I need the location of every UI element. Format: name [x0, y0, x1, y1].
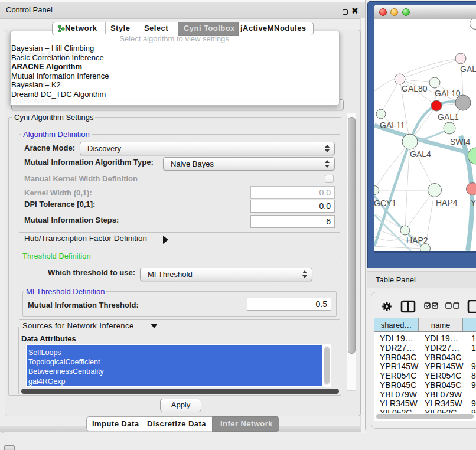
svg-text:GAL11: GAL11 [380, 120, 405, 130]
svg-text:Y: Y [471, 198, 476, 207]
svg-text:HAP4: HAP4 [436, 198, 458, 207]
svg-text:HAP2: HAP2 [406, 236, 428, 245]
svg-text:GAL80: GAL80 [402, 84, 428, 93]
svg-text:GCY1: GCY1 [374, 198, 396, 208]
svg-text:GAL7: GAL7 [460, 64, 476, 74]
svg-text:GAL4: GAL4 [410, 149, 431, 159]
svg-text:GAL1: GAL1 [438, 112, 459, 122]
svg-text:GAL10: GAL10 [435, 89, 461, 98]
svg-text:SWI4: SWI4 [450, 137, 470, 146]
